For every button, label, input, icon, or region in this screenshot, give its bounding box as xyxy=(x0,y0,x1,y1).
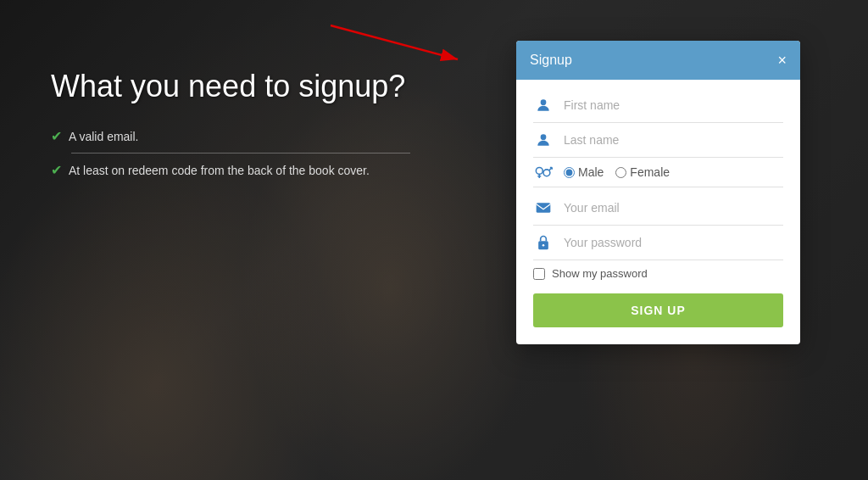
gender-row: Male Female xyxy=(533,163,783,187)
modal-close-button[interactable]: × xyxy=(777,53,787,68)
svg-point-12 xyxy=(542,244,545,247)
signup-modal: Signup × xyxy=(516,41,800,344)
checklist-item-2: ✔ At least on redeem code from the back … xyxy=(51,162,410,178)
password-field xyxy=(533,231,783,260)
email-input[interactable] xyxy=(564,196,783,220)
user-icon-lastname xyxy=(533,131,554,148)
modal-body: Male Female xyxy=(516,80,800,344)
svg-point-2 xyxy=(541,134,547,140)
lock-icon xyxy=(533,234,554,251)
first-name-input[interactable] xyxy=(564,93,783,117)
signup-button[interactable]: SIGN UP xyxy=(533,293,783,327)
gender-female-radio[interactable] xyxy=(615,167,626,178)
left-content: What you need to signup? ✔ A valid email… xyxy=(51,68,410,187)
svg-rect-10 xyxy=(537,203,551,213)
show-password-row: Show my password xyxy=(533,267,783,280)
check-icon-2: ✔ xyxy=(51,162,62,178)
main-heading: What you need to signup? xyxy=(51,68,410,104)
gender-male-radio[interactable] xyxy=(564,167,575,178)
svg-point-6 xyxy=(543,170,550,176)
gender-male-label[interactable]: Male xyxy=(564,165,604,179)
gender-icon xyxy=(533,163,554,181)
show-password-label[interactable]: Show my password xyxy=(552,267,648,280)
svg-point-1 xyxy=(541,99,547,105)
email-icon xyxy=(533,199,554,216)
gender-female-label[interactable]: Female xyxy=(615,165,670,179)
last-name-input[interactable] xyxy=(564,128,783,152)
red-arrow xyxy=(314,17,483,68)
checklist: ✔ A valid email. ✔ At least on redeem co… xyxy=(51,128,410,178)
last-name-field xyxy=(533,128,783,158)
checklist-divider xyxy=(71,153,410,153)
password-input[interactable] xyxy=(564,231,783,254)
gender-options: Male Female xyxy=(564,165,670,179)
modal-header: Signup × xyxy=(516,41,800,80)
email-field xyxy=(533,196,783,226)
check-icon-1: ✔ xyxy=(51,128,62,144)
show-password-checkbox[interactable] xyxy=(533,268,545,280)
first-name-field xyxy=(533,93,783,123)
modal-title: Signup xyxy=(530,53,572,68)
user-icon-firstname xyxy=(533,97,554,114)
checklist-item-1: ✔ A valid email. xyxy=(51,128,410,144)
svg-point-3 xyxy=(536,168,542,175)
